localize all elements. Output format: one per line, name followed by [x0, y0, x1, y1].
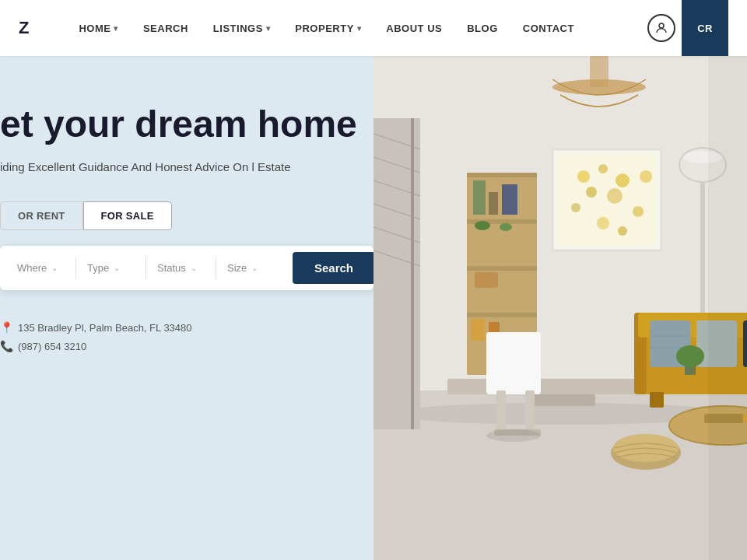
- nav-item-listings[interactable]: LISTINGS ▾: [201, 0, 282, 56]
- nav-right: CR: [647, 0, 728, 56]
- contact-address: 📍 135 Bradley Pl, Palm Beach, FL 33480: [0, 321, 374, 334]
- search-bar: Where ⌄ Type ⌄ Status ⌄ Size ⌄ Search: [0, 246, 374, 290]
- svg-rect-45: [496, 390, 506, 433]
- svg-point-36: [633, 206, 644, 217]
- svg-rect-15: [467, 173, 537, 177]
- hero-section: et your dream home iding Excellent Guida…: [0, 56, 747, 560]
- contact-phone: 📞 (987) 654 3210: [0, 340, 374, 352]
- svg-point-34: [640, 170, 652, 183]
- tab-for-sale[interactable]: FOR SALE: [83, 201, 172, 230]
- chevron-down-icon: ▾: [357, 24, 362, 33]
- svg-point-31: [615, 173, 630, 187]
- search-button[interactable]: Search: [293, 252, 375, 284]
- svg-point-33: [607, 188, 622, 204]
- svg-point-23: [500, 223, 512, 231]
- svg-rect-66: [708, 56, 747, 560]
- svg-point-35: [571, 203, 580, 212]
- svg-rect-21: [502, 184, 517, 215]
- svg-rect-18: [467, 313, 537, 317]
- search-field-where[interactable]: Where ⌄: [6, 257, 76, 278]
- svg-rect-56: [650, 392, 664, 408]
- hero-right-panel: [374, 56, 747, 560]
- svg-point-30: [598, 164, 608, 173]
- contact-info: 📍 135 Bradley Pl, Palm Beach, FL 33480 📞…: [0, 321, 374, 352]
- chevron-down-icon: ⌄: [114, 264, 120, 272]
- chevron-down-icon: ⌄: [191, 264, 197, 272]
- svg-point-63: [486, 429, 541, 442]
- svg-rect-42: [447, 379, 665, 394]
- property-tabs: OR RENT FOR SALE: [0, 201, 374, 230]
- tab-for-rent[interactable]: OR RENT: [0, 201, 83, 230]
- svg-rect-13: [590, 56, 608, 87]
- nav-cta-button[interactable]: CR: [682, 0, 728, 56]
- user-account-icon[interactable]: [647, 14, 675, 42]
- svg-rect-43: [525, 394, 595, 406]
- svg-rect-46: [525, 390, 535, 433]
- hero-subtitle: iding Excellent Guidance And Honest Advi…: [0, 158, 358, 177]
- hero-title: et your dream home: [0, 103, 374, 145]
- chevron-down-icon: ▾: [114, 24, 118, 33]
- nav-item-search[interactable]: SEARCH: [131, 0, 201, 56]
- search-field-size[interactable]: Size ⌄: [216, 257, 286, 278]
- svg-point-38: [618, 226, 627, 236]
- svg-point-29: [577, 170, 590, 183]
- hero-room-image: [374, 56, 747, 560]
- navbar: Z HOME ▾ SEARCH LISTINGS ▾ PROPERTY ▾ AB…: [0, 0, 747, 56]
- location-icon: 📍: [0, 321, 13, 334]
- nav-item-contact[interactable]: CONTACT: [510, 0, 587, 56]
- svg-rect-20: [489, 192, 498, 215]
- svg-point-65: [676, 345, 704, 367]
- svg-point-37: [597, 217, 609, 229]
- chevron-down-icon: ⌄: [51, 264, 58, 272]
- svg-point-0: [659, 23, 664, 28]
- chevron-down-icon: ▾: [266, 24, 271, 33]
- svg-rect-24: [475, 272, 498, 288]
- svg-point-22: [475, 221, 490, 230]
- chevron-down-icon: ⌄: [251, 264, 258, 272]
- nav-item-property[interactable]: PROPERTY ▾: [282, 0, 374, 56]
- svg-rect-11: [411, 118, 414, 429]
- brand-logo: Z: [19, 18, 29, 38]
- svg-rect-44: [486, 332, 541, 394]
- phone-icon: 📞: [0, 340, 13, 352]
- search-field-status[interactable]: Status ⌄: [146, 257, 216, 278]
- svg-rect-19: [473, 180, 486, 215]
- svg-rect-25: [471, 319, 485, 341]
- nav-item-blog[interactable]: BLOG: [454, 0, 510, 56]
- svg-point-32: [586, 187, 597, 198]
- search-field-type[interactable]: Type ⌄: [76, 257, 146, 278]
- nav-item-home[interactable]: HOME ▾: [66, 0, 131, 56]
- nav-item-about[interactable]: ABOUT US: [374, 0, 454, 56]
- hero-left-panel: et your dream home iding Excellent Guida…: [0, 56, 374, 560]
- nav-links: HOME ▾ SEARCH LISTINGS ▾ PROPERTY ▾ ABOU…: [66, 0, 647, 56]
- svg-rect-17: [467, 266, 537, 271]
